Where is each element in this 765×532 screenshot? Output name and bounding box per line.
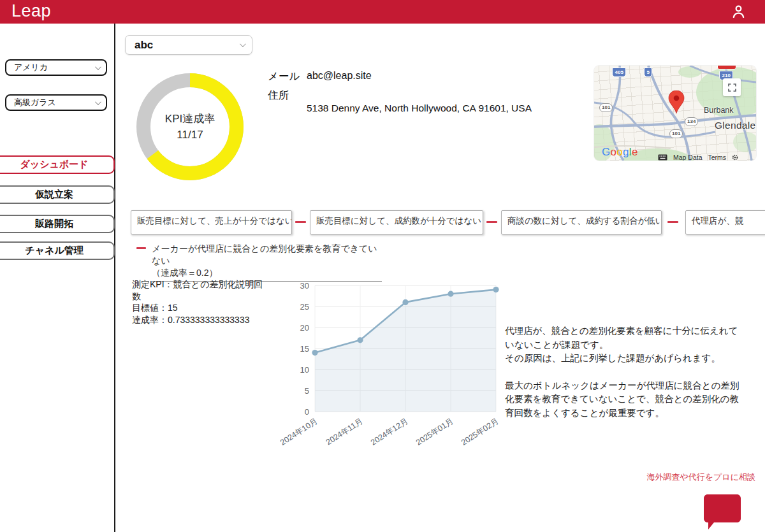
analysis-text: 代理店が、競合との差別化要素を顧客に十分に伝えれていないことが課題です。 その原… [505,324,746,420]
svg-text:2024年12月: 2024年12月 [369,417,410,447]
country-select[interactable]: アメリカ [5,59,107,76]
kpi-donut-chart: KPI達成率 11/17 [136,73,244,181]
address-value: 5138 Denny Ave, North Hollywood, CA 9160… [307,103,532,114]
svg-text:0: 0 [305,407,309,417]
svg-text:2024年10月: 2024年10月 [279,417,319,447]
sidebar: アメリカ 高級ガラス ダッシュボード 仮説立案 販路開拓 チャネル管理 [0,24,115,532]
chevron-down-icon [95,99,101,105]
sidebar-item-label: チャネル管理 [25,245,83,257]
map-fullscreen-button[interactable] [723,78,741,96]
hypothesis-box-4[interactable]: 代理店が、競 [685,210,765,234]
us-101-shield: 101 [599,103,613,112]
donut-center-label: KPI達成率 11/17 [136,73,244,181]
kpi-detail-text: 測定KPI：競合との差別化説明回数 目標値：15 達成率：0.733333333… [132,278,268,326]
sidebar-item-hypothesis[interactable]: 仮説立案 [0,185,115,204]
interstate-5-shield: 5 [644,68,652,77]
svg-text:5: 5 [305,386,309,396]
svg-text:30: 30 [300,281,309,291]
map-attribution: Map Data Terms [658,154,738,161]
consult-link[interactable]: 海外調査や代行をプロに相談 [646,471,755,483]
analysis-paragraph-1: 代理店が、競合との差別化要素を顧客に十分に伝えれていないことが課題です。 その原… [505,324,746,366]
map-route-banner [717,66,736,69]
privacy-icon [732,154,738,161]
hypothesis-box-1[interactable]: 販売目標に対して、売上が十分ではない [131,210,292,234]
chain-connector [295,221,306,223]
map-city-burbank: Burbank [704,106,734,115]
app-header: Leap [0,0,765,24]
kpi-line-chart: 0510152025302024年10月2024年11月2024年12月2025… [275,275,506,459]
svg-text:2025年01月: 2025年01月 [414,417,455,447]
chain-connector [486,221,497,223]
project-select[interactable]: abc [125,35,252,55]
address-label: 住所 [268,89,289,103]
app-logo: Leap [11,1,51,21]
bottleneck-dash [136,247,146,249]
hypothesis-text: 代理店が、競 [692,216,743,226]
account-icon[interactable] [730,3,747,20]
email-value: abc@leap.site [307,70,372,82]
hypothesis-text: 商談の数に対して、成約する割合が低い [507,216,662,226]
svg-text:15: 15 [300,344,309,354]
interstate-405-shield: 405 [612,68,626,77]
kpi-rate-label: KPI達成率 [165,111,215,127]
us-101-shield: 101 [669,129,683,138]
keyboard-icon [658,154,667,161]
svg-text:20: 20 [300,323,309,333]
sidebar-item-label: 販路開拓 [35,218,73,230]
sidebar-item-channel-management[interactable]: チャネル管理 [0,241,115,260]
svg-text:25: 25 [300,302,309,312]
svg-text:2024年11月: 2024年11月 [324,417,365,447]
analysis-paragraph-2: 最大のボトルネックはメーカーが代理店に競合との差別化要素を教育できていないことで… [505,379,746,421]
map-widget[interactable]: 405 5 210 101 134 101 Burbank Glendale G… [594,66,756,161]
country-select-value: アメリカ [14,62,48,73]
hypothesis-text: 販売目標に対して、成約数が十分ではない [316,216,481,226]
product-select-value: 高級ガラス [14,97,56,108]
map-pin-icon [668,90,685,114]
google-logo: Google [602,146,638,159]
hypothesis-box-3[interactable]: 商談の数に対して、成約する割合が低い [501,210,662,234]
chain-connector [667,221,678,223]
sidebar-item-label: 仮説立案 [35,189,73,201]
kpi-rate-value: 11/17 [177,127,203,143]
chevron-down-icon [240,41,246,47]
sidebar-item-label: ダッシュボード [20,159,88,171]
sidebar-item-sales-channel[interactable]: 販路開拓 [0,215,115,233]
map-terms-link[interactable]: Terms [708,154,727,161]
product-select[interactable]: 高級ガラス [5,94,107,111]
sidebar-item-dashboard[interactable]: ダッシュボード [0,155,115,174]
email-label: メール [268,69,300,83]
svg-text:10: 10 [300,365,309,375]
chevron-down-icon [95,64,101,70]
line-chart-canvas: 0510152025302024年10月2024年11月2024年12月2025… [275,275,506,457]
project-select-value: abc [135,39,153,52]
app-window: Leap アメリカ 高級ガラス ダッシュボード 仮説立案 販路開拓 チャネル管理 [0,0,765,532]
hypothesis-text: 販売目標に対して、売上が十分ではない [137,216,292,226]
svg-text:2025年02月: 2025年02月 [460,417,500,447]
state-134-shield: 134 [685,117,698,126]
chat-bubble-icon[interactable] [704,494,741,530]
bottleneck-line1: メーカーが代理店に競合との差別化要素を教育できていない [152,243,382,267]
map-city-glendale: Glendale [715,120,755,131]
map-data-label[interactable]: Map Data [673,154,703,161]
fullscreen-icon [728,83,736,92]
hypothesis-box-2[interactable]: 販売目標に対して、成約数が十分ではない [310,210,483,234]
